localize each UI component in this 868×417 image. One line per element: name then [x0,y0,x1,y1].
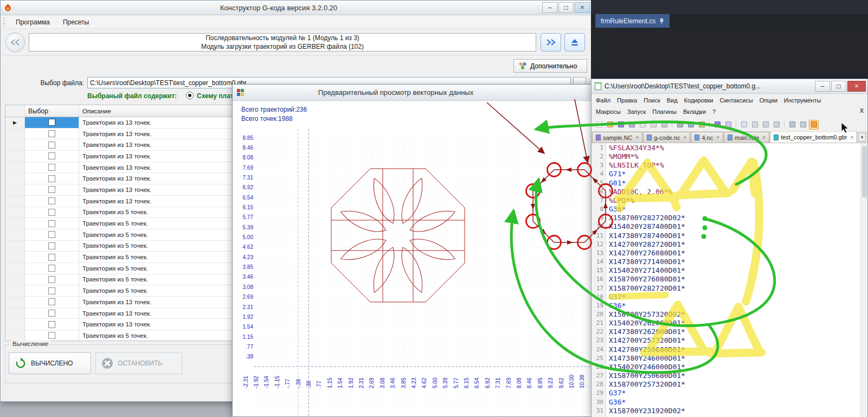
menu-item[interactable]: Поиск [640,95,663,105]
row-checkbox[interactable] [48,254,55,261]
checkbox-cell[interactable] [25,241,79,252]
scrollbar-thumb[interactable] [862,146,867,197]
board-schema-radio[interactable] [186,92,194,99]
tab-list-button[interactable]: ▾ [858,133,866,142]
row-checkbox[interactable] [48,265,55,272]
sequence-eject-button[interactable] [564,33,585,52]
menu-item[interactable]: Синтаксисы [717,95,756,105]
row-checkbox[interactable] [48,119,55,126]
zoom-in-icon[interactable] [761,120,770,130]
close-doc-icon[interactable] [638,120,647,130]
npp-close-button[interactable]: × [847,81,866,92]
row-checkbox[interactable] [48,220,55,227]
vs-document-tab[interactable]: frmRuleElement.cs [595,14,670,28]
checkbox-cell[interactable] [25,319,79,330]
save-all-icon[interactable] [627,120,636,130]
menu-item[interactable]: Вкладки [680,107,709,117]
table-row[interactable]: Траектория из 13 точек. [5,308,232,319]
checkbox-cell[interactable] [25,184,79,195]
menu-item[interactable]: Макросы [593,107,624,117]
tab-close-icon[interactable]: × [850,134,853,140]
table-row[interactable]: Траектория из 13 точек. [5,173,232,184]
checkbox-cell[interactable] [25,274,79,285]
row-checkbox[interactable] [48,310,55,317]
tab-close-icon[interactable]: × [684,134,687,140]
menu-item[interactable]: Плагины [649,107,680,117]
row-checkbox[interactable] [48,332,55,339]
print-icon[interactable] [659,120,669,130]
table-row[interactable]: Траектория из 5 точек. [5,207,232,219]
show-all-characters-icon[interactable] [798,120,808,130]
checkbox-cell[interactable] [25,263,79,274]
checkbox-cell[interactable] [25,173,79,184]
undo-icon[interactable] [712,120,722,130]
row-checkbox[interactable] [48,130,55,137]
editor-tab[interactable]: g-code.nc× [643,132,690,143]
cut-icon[interactable] [675,120,685,130]
menu-item[interactable]: Опции [756,95,781,105]
editor-tab[interactable]: sample.NC× [592,132,642,143]
checkbox-cell[interactable] [25,297,79,307]
row-checkbox[interactable] [48,231,55,238]
editor-tab[interactable]: main.rule× [724,132,769,143]
table-row[interactable]: Траектория из 5 точек. [5,330,232,341]
editor-tab[interactable]: 4.nc× [691,132,723,143]
table-row[interactable]: Траектория из 5 точек. [5,263,232,274]
save-icon[interactable] [616,120,626,130]
row-checkbox[interactable] [48,186,55,193]
checkbox-cell[interactable] [25,229,79,240]
editor[interactable]: 1234567891011121314151617181920212223242… [591,143,867,417]
checkbox-cell[interactable] [25,162,79,173]
document-monitor-icon[interactable] [809,120,819,130]
npp-minimize-button[interactable]: – [815,81,830,92]
table-row[interactable]: ▶Траектория из 13 точек. [5,117,232,129]
row-checkbox[interactable] [48,142,55,149]
additional-button[interactable]: Дополнительно [513,59,587,73]
checkbox-cell[interactable] [25,218,79,229]
tab-close-icon[interactable]: × [635,134,639,140]
paste-icon[interactable] [697,120,706,130]
checkbox-cell[interactable] [25,330,79,341]
row-checkbox[interactable] [48,175,55,182]
table-row[interactable]: Траектория из 5 точек. [5,252,232,263]
table-row[interactable]: Траектория из 5 точек. [5,218,232,229]
table-row[interactable]: Траектория из 13 точек. [5,196,232,207]
table-row[interactable]: Траектория из 13 точек. [5,139,232,151]
checkbox-cell[interactable] [25,196,79,207]
row-checkbox[interactable] [48,298,55,305]
maximize-button[interactable]: □ [558,2,574,13]
editor-tab[interactable]: test_copper_bottom0.gbr× [770,132,857,143]
checkbox-cell[interactable] [25,308,79,319]
main-titlebar[interactable]: Конструктор G-кода версия 3.2.0.20 – □ × [1,1,591,15]
word-wrap-icon[interactable] [787,120,797,130]
checkbox-cell[interactable] [25,139,79,150]
menu-item[interactable]: Кодировки [681,95,717,105]
sequence-forward-button[interactable] [541,33,561,52]
row-checkbox[interactable] [48,209,55,216]
preview-titlebar[interactable]: Предварительный просмотр векторных данны… [233,85,594,101]
trajectory-table[interactable]: Выбор Описание ▶Траектория из 13 точек.Т… [5,105,233,341]
row-checkbox[interactable] [48,242,55,249]
menu-close-x[interactable]: X [860,107,864,114]
table-row[interactable]: Траектория из 13 точек. [5,151,232,162]
stop-button[interactable]: ОСТАНОВИТЬ [95,352,182,374]
editor-scrollbar[interactable] [860,143,867,417]
table-row[interactable]: Траектория из 5 точек. [5,229,232,241]
table-row[interactable]: Траектория из 13 точек. [5,129,232,140]
zoom-out-icon[interactable] [771,120,781,130]
editor-code[interactable]: %FSLAX34Y34*%%MOMM*%%LNSILK_TOP*%G71*G01… [606,143,867,417]
checkbox-cell[interactable] [25,252,79,262]
table-row[interactable]: Траектория из 5 точек. [5,241,232,252]
row-checkbox[interactable] [48,152,55,159]
tab-close-icon[interactable]: × [762,134,766,140]
minimize-button[interactable]: – [542,2,557,13]
copy-icon[interactable] [686,120,696,130]
npp-titlebar[interactable]: C:\Users\root\Desktop\TEST\test_copper_b… [591,79,867,94]
row-checkbox[interactable] [48,321,55,328]
table-row[interactable]: Траектория из 5 точек. [5,274,232,286]
table-row[interactable]: Траектория из 13 точек. [5,319,232,330]
replace-icon[interactable] [750,120,760,130]
npp-maximize-button[interactable]: □ [831,81,846,92]
menu-item[interactable]: Пресеты [56,17,95,28]
table-row[interactable]: Траектория из 13 точек. [5,297,232,308]
